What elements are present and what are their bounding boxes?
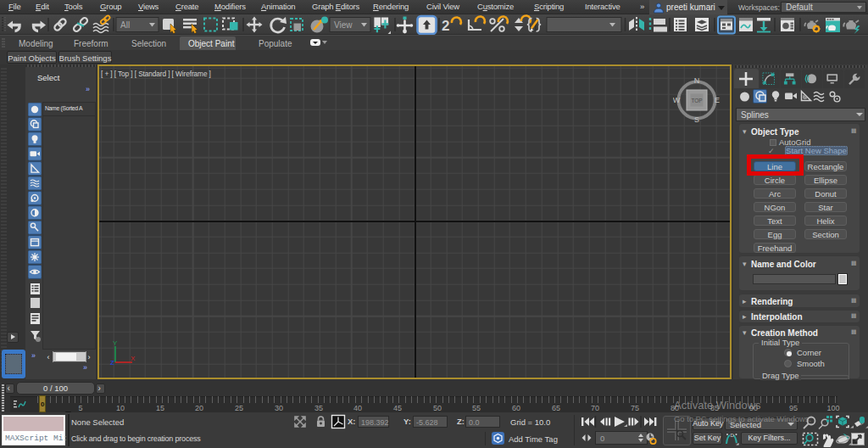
svg-text:X: X [131, 355, 136, 362]
svg-text:View: View [334, 20, 353, 30]
svg-text:Z: Z [110, 359, 114, 367]
svg-text:N: N [694, 76, 700, 85]
svg-text:Y: Y [113, 339, 118, 347]
svg-text:TOP: TOP [691, 98, 702, 104]
svg-text:E: E [715, 96, 720, 104]
svg-text:S: S [694, 115, 699, 124]
svg-text:D: D [731, 433, 735, 438]
svg-text:W: W [673, 96, 681, 104]
svg-text:2: 2 [442, 18, 449, 34]
svg-text:All: All [120, 20, 130, 30]
